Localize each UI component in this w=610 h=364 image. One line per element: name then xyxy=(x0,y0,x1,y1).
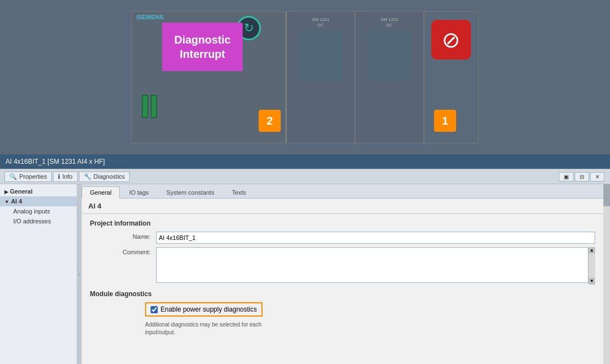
help-text: Additional diagnostics may be selected f… xyxy=(145,321,595,336)
tab-texts[interactable]: Texts xyxy=(223,186,254,198)
window-action-1[interactable]: ▣ xyxy=(559,172,574,181)
comment-textarea[interactable] xyxy=(156,247,588,283)
sidebar-collapse-handle[interactable]: ‹ xyxy=(77,184,82,364)
title-bar: AI 4x16BIT_1 [SM 1231 AI4 x HF] xyxy=(0,154,610,169)
module-diag-title: Module diagnostics xyxy=(90,290,595,298)
module-blocks xyxy=(142,95,157,118)
project-info-section: Project information Name: Comment: ▲ ▼ xyxy=(90,220,595,285)
properties-icon: 🔍 xyxy=(9,173,17,180)
diagnostic-interrupt-label: DiagnosticInterrupt xyxy=(162,23,243,71)
enable-diag-row: Enable power supply diagnostics xyxy=(145,302,595,317)
window-action-3[interactable]: ✕ xyxy=(590,172,604,181)
project-info-title: Project information xyxy=(90,220,595,227)
info-label: Info xyxy=(62,173,72,180)
siemens-label: SIEMENS xyxy=(136,14,164,20)
badge-2: 2 xyxy=(259,110,281,132)
sm2-module: SM 1222DC xyxy=(367,17,411,80)
diagnostics-button[interactable]: 🔧 Diagnostics xyxy=(79,172,130,182)
comment-scrollbar[interactable]: ▲ ▼ xyxy=(588,247,595,285)
ai-section-header: AI 4 xyxy=(82,199,603,214)
tab-general[interactable]: General xyxy=(82,186,120,199)
content-panel: General IO tags System constants Texts A… xyxy=(82,184,603,364)
sidebar: ▶General ▼AI 4 Analog inputs I/O address… xyxy=(0,184,77,364)
module-diagnostics-section: Module diagnostics Enable power supply d… xyxy=(90,290,595,336)
properties-button[interactable]: 🔍 Properties xyxy=(4,172,52,182)
main-content: ▶General ▼AI 4 Analog inputs I/O address… xyxy=(0,184,610,364)
title-text: AI 4x16BIT_1 [SM 1231 AI4 x HF] xyxy=(6,158,105,165)
properties-bar: 🔍 Properties ℹ Info 🔧 Diagnostics ▣ ⊟ ✕ xyxy=(0,169,610,184)
tab-io-tags[interactable]: IO tags xyxy=(121,186,157,198)
diagram-area: SIEMENS ↻ DiagnosticInterrupt 2 SM 1231D… xyxy=(0,0,610,154)
sidebar-item-general[interactable]: ▶General xyxy=(0,186,77,196)
name-row: Name: xyxy=(90,232,595,244)
enable-diag-container: Enable power supply diagnostics xyxy=(145,302,263,317)
sm1-module: SM 1231DC xyxy=(299,17,343,80)
diagnostics-label: Diagnostics xyxy=(94,173,125,180)
scrollbar-thumb[interactable] xyxy=(603,184,610,206)
scroll-up-arrow[interactable]: ▲ xyxy=(588,247,595,254)
tabs-bar: General IO tags System constants Texts xyxy=(82,184,603,199)
comment-label: Comment: xyxy=(90,247,156,255)
properties-label: Properties xyxy=(19,173,47,180)
name-input[interactable] xyxy=(156,232,595,244)
content-scrollbar[interactable] xyxy=(603,184,610,364)
enable-diag-checkbox[interactable] xyxy=(151,306,158,313)
comment-wrapper: ▲ ▼ xyxy=(156,247,595,285)
tab-system-constants[interactable]: System constants xyxy=(158,186,223,198)
sidebar-item-io-addresses[interactable]: I/O addresses xyxy=(0,216,77,226)
sidebar-item-analog-inputs[interactable]: Analog inputs xyxy=(0,206,77,216)
sidebar-item-ai4[interactable]: ▼AI 4 xyxy=(0,196,77,206)
info-button[interactable]: ℹ Info xyxy=(53,172,77,182)
diagnostics-icon: 🔧 xyxy=(84,173,92,180)
comment-row: Comment: ▲ ▼ xyxy=(90,247,595,285)
window-action-2[interactable]: ⊟ xyxy=(575,172,589,181)
enable-diag-label: Enable power supply diagnostics xyxy=(160,306,257,313)
scroll-down-arrow[interactable]: ▼ xyxy=(588,278,595,285)
badge-1: 1 xyxy=(434,110,456,132)
info-icon: ℹ xyxy=(58,173,60,180)
power-icon: ⊘ xyxy=(431,20,471,60)
name-label: Name: xyxy=(90,232,156,240)
